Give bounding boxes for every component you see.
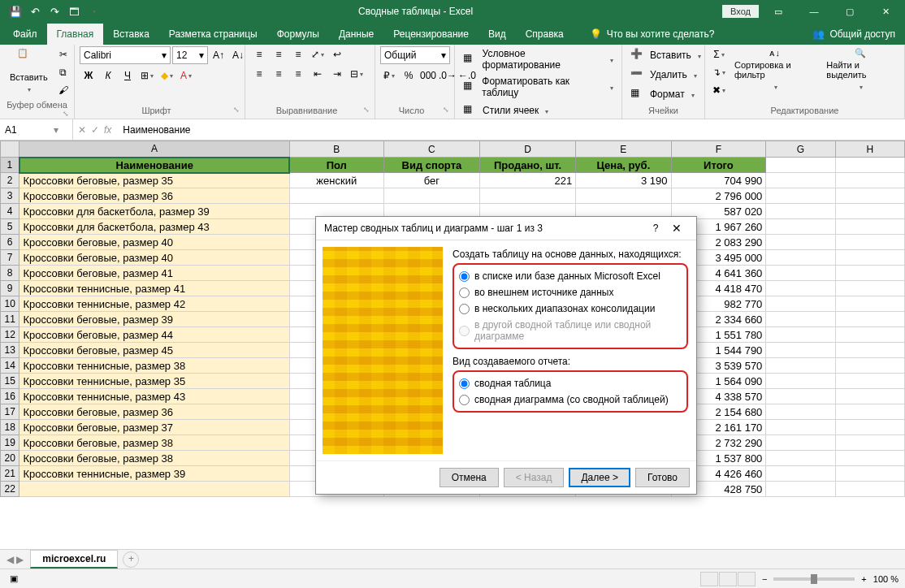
undo-icon[interactable]: ↶: [26, 2, 44, 20]
cell[interactable]: Кроссовки теннисные, размер 41: [19, 281, 289, 296]
cell[interactable]: [835, 420, 904, 435]
cell[interactable]: [766, 420, 835, 435]
row-header[interactable]: 18: [1, 420, 19, 435]
border-icon[interactable]: ⊞: [138, 67, 156, 84]
cell[interactable]: Кроссовки теннисные, размер 42: [19, 296, 289, 312]
font-color-icon[interactable]: A: [177, 67, 195, 84]
row-header[interactable]: 21: [1, 466, 19, 482]
row-header[interactable]: 8: [1, 266, 19, 281]
cell[interactable]: [835, 466, 904, 482]
cell[interactable]: [766, 281, 835, 296]
radio-list-db[interactable]: в списке или базе данных Microsoft Excel: [459, 268, 682, 284]
clear-icon[interactable]: ✖: [710, 82, 728, 98]
zoom-level[interactable]: 100 %: [873, 574, 899, 584]
ribbon-options-icon[interactable]: ▭: [762, 0, 795, 23]
italic-icon[interactable]: К: [99, 67, 117, 84]
cell[interactable]: Итого: [671, 158, 766, 173]
cell[interactable]: [835, 343, 904, 358]
row-header[interactable]: 16: [1, 389, 19, 404]
add-sheet-icon[interactable]: +: [123, 551, 139, 568]
underline-icon[interactable]: Ч: [119, 67, 136, 84]
col-header-G[interactable]: G: [766, 141, 835, 158]
format-cells[interactable]: ▦Формат: [627, 85, 698, 103]
col-header-D[interactable]: D: [479, 141, 575, 158]
cell[interactable]: [19, 482, 289, 497]
cell[interactable]: [835, 327, 904, 343]
row-header[interactable]: 4: [1, 204, 19, 219]
format-painter-icon[interactable]: 🖌: [54, 82, 72, 98]
formula-input[interactable]: [116, 119, 905, 140]
bold-icon[interactable]: Ж: [80, 67, 97, 84]
page-layout-view-icon[interactable]: [719, 572, 737, 586]
qat-dropdown-icon[interactable]: [84, 2, 102, 20]
increase-font-icon[interactable]: A↑: [210, 47, 227, 63]
cell[interactable]: [766, 250, 835, 266]
cell[interactable]: [835, 296, 904, 312]
sheet-tab[interactable]: microexcel.ru: [30, 550, 118, 569]
cell[interactable]: Кроссовки беговые, размер 40: [19, 235, 289, 250]
row-header[interactable]: 11: [1, 312, 19, 327]
cell[interactable]: Цена, руб.: [576, 158, 671, 173]
cell[interactable]: [835, 404, 904, 420]
row-header[interactable]: 22: [1, 482, 19, 497]
cell[interactable]: [766, 296, 835, 312]
cell[interactable]: Кроссовки беговые, размер 37: [19, 420, 289, 435]
col-header-C[interactable]: C: [384, 141, 480, 158]
insert-cells[interactable]: ➕Вставить: [627, 46, 704, 64]
row-header[interactable]: 9: [1, 281, 19, 296]
copy-icon[interactable]: ⧉: [54, 64, 72, 80]
col-header-B[interactable]: B: [289, 141, 383, 158]
normal-view-icon[interactable]: [700, 572, 718, 586]
next-button[interactable]: Далее >: [569, 468, 630, 487]
cell[interactable]: [766, 188, 835, 204]
cell[interactable]: Кроссовки для баскетбола, размер 39: [19, 204, 289, 219]
cell[interactable]: [766, 343, 835, 358]
minimize-icon[interactable]: —: [798, 0, 830, 23]
row-header[interactable]: 5: [1, 219, 19, 235]
cell[interactable]: [835, 451, 904, 466]
find-select-button[interactable]: 🔍Найти и выделить: [821, 46, 899, 93]
cell[interactable]: Кроссовки беговые, размер 38: [19, 451, 289, 466]
cell[interactable]: [766, 389, 835, 404]
paste-button[interactable]: 📋 Вставить: [5, 46, 53, 95]
indent-dec-icon[interactable]: ⇤: [309, 66, 327, 82]
cell[interactable]: [835, 219, 904, 235]
tab-formulas[interactable]: Формулы: [267, 24, 329, 45]
radio-consolidation[interactable]: в нескольких диапазонах консолидации: [459, 300, 682, 317]
cell[interactable]: Кроссовки теннисные, размер 38: [19, 358, 289, 374]
cell[interactable]: [835, 358, 904, 374]
select-all[interactable]: [1, 141, 19, 158]
align-top-icon[interactable]: ≡: [250, 46, 268, 63]
zoom-out-icon[interactable]: −: [762, 574, 767, 584]
name-box-input[interactable]: [0, 124, 49, 136]
maximize-icon[interactable]: ▢: [834, 0, 866, 23]
col-header-H[interactable]: H: [835, 141, 904, 158]
row-header[interactable]: 14: [1, 358, 19, 374]
tab-file[interactable]: Файл: [3, 24, 47, 45]
cell[interactable]: [835, 389, 904, 404]
cell[interactable]: Вид спорта: [384, 158, 480, 173]
row-header[interactable]: 3: [1, 188, 19, 204]
row-header[interactable]: 12: [1, 327, 19, 343]
row-header[interactable]: 13: [1, 343, 19, 358]
radio-pivot-table[interactable]: сводная таблица: [459, 375, 682, 391]
row-header[interactable]: 1: [1, 158, 19, 173]
cut-icon[interactable]: ✂: [54, 46, 72, 63]
dialog-close-icon[interactable]: ✕: [665, 222, 688, 235]
cell[interactable]: Кроссовки беговые, размер 36: [19, 188, 289, 204]
align-middle-icon[interactable]: ≡: [270, 46, 288, 63]
cell[interactable]: [766, 266, 835, 281]
cell[interactable]: 2 796 000: [671, 188, 766, 204]
font-name-combo[interactable]: Calibri▾: [80, 46, 171, 64]
cell[interactable]: Кроссовки теннисные, размер 35: [19, 374, 289, 389]
col-header-F[interactable]: F: [671, 141, 766, 158]
cell[interactable]: Кроссовки беговые, размер 36: [19, 404, 289, 420]
tab-data[interactable]: Данные: [329, 24, 383, 45]
cell[interactable]: [766, 466, 835, 482]
cell[interactable]: [766, 482, 835, 497]
cell[interactable]: [835, 173, 904, 188]
cell[interactable]: [479, 188, 575, 204]
col-header-A[interactable]: A: [19, 141, 289, 158]
cell[interactable]: [289, 188, 383, 204]
cell[interactable]: [766, 235, 835, 250]
